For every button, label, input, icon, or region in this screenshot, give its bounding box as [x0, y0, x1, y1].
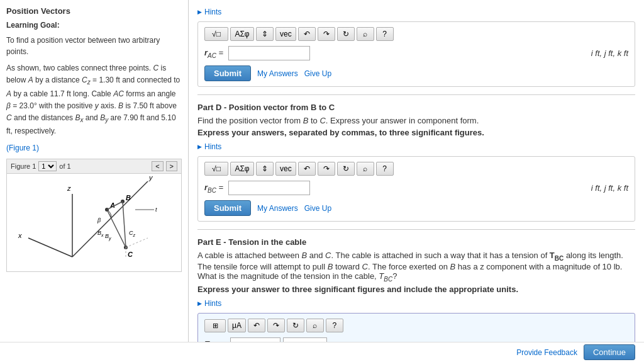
- give-up-bc[interactable]: Give Up: [304, 204, 331, 213]
- answer-input-ac[interactable]: [228, 46, 310, 60]
- svg-line-13: [123, 201, 126, 247]
- matrix-btn-e[interactable]: ⊞: [204, 319, 226, 332]
- figure-svg: y x z A B C: [9, 175, 179, 269]
- refresh-btn-bc[interactable]: ↻: [337, 162, 355, 176]
- figure-select[interactable]: 1: [38, 161, 57, 171]
- keyboard-btn-bc[interactable]: ⌕: [357, 162, 374, 176]
- answer-box-ac: √□ AΣφ ⇕ vec ↶ ↷ ↻ ⌕ ? rAC = i ft, j ft,…: [197, 21, 635, 87]
- svg-text:x: x: [18, 232, 22, 239]
- give-up-ac[interactable]: Give Up: [304, 69, 331, 78]
- part-d-section: Part D - Position vector from B to C Fin…: [197, 103, 635, 222]
- part-e-instruction: Express your answer to three significant…: [197, 285, 635, 294]
- redo-btn-e[interactable]: ↷: [267, 319, 285, 332]
- feedback-link[interactable]: Provide Feedback: [516, 348, 577, 357]
- redo-btn-bc[interactable]: ↷: [318, 162, 335, 176]
- vec-btn-ac[interactable]: vec: [275, 27, 296, 41]
- svg-text:Bx: Bx: [97, 230, 104, 237]
- arrows-btn-bc[interactable]: ⇕: [256, 162, 274, 176]
- redo-btn-ac[interactable]: ↷: [318, 27, 335, 41]
- figure-next-btn[interactable]: >: [166, 161, 177, 171]
- svg-text:B: B: [126, 194, 131, 201]
- answer-input-bc[interactable]: [228, 181, 310, 195]
- svg-line-12: [107, 210, 126, 247]
- figure-toolbar: Figure 1 1 of 1 < >: [7, 159, 181, 174]
- description-text: As shown, two cables connect three point…: [6, 62, 182, 138]
- right-panel: Hints √□ AΣφ ⇕ vec ↶ ↷ ↻ ⌕ ? rAC = i ft,…: [189, 0, 644, 362]
- refresh-btn-ac[interactable]: ↻: [337, 27, 355, 41]
- figure-box: Figure 1 1 of 1 < > y x z: [6, 159, 182, 272]
- submit-btn-bc[interactable]: Submit: [204, 200, 251, 216]
- phi-btn-bc[interactable]: AΣφ: [230, 162, 254, 176]
- part-e-label: Part E - Tension in the cable: [197, 237, 635, 247]
- arrows-btn-ac[interactable]: ⇕: [256, 27, 274, 41]
- eq-toolbar-e: ⊞ μA ↶ ↷ ↻ ⌕ ?: [204, 319, 628, 332]
- hints-top-link[interactable]: Hints: [197, 8, 221, 16]
- my-answers-ac[interactable]: My Answers: [257, 69, 298, 78]
- vec-btn-bc[interactable]: vec: [275, 162, 296, 176]
- footer: Provide Feedback Continue: [0, 342, 644, 362]
- hints-d-link[interactable]: Hints: [197, 142, 221, 151]
- svg-text:t: t: [155, 206, 157, 213]
- svg-line-2: [28, 238, 72, 257]
- answer-box-bc: √□ AΣφ ⇕ vec ↶ ↷ ↻ ⌕ ? rBC = i ft, j ft,…: [197, 156, 635, 222]
- svg-line-15: [126, 238, 148, 247]
- part-d-instruction: Express your answers, separated by comma…: [197, 128, 635, 137]
- figure-link[interactable]: (Figure 1): [6, 144, 39, 152]
- figure-canvas: y x z A B C: [7, 174, 181, 271]
- svg-text:Cz: Cz: [129, 230, 136, 237]
- eq-toolbar-bc: √□ AΣφ ⇕ vec ↶ ↷ ↻ ⌕ ?: [204, 162, 628, 176]
- undo-btn-bc[interactable]: ↶: [298, 162, 316, 176]
- sqrt-btn-ac[interactable]: √□: [204, 27, 228, 41]
- undo-btn-e[interactable]: ↶: [248, 319, 265, 332]
- input-row-ac: rAC = i ft, j ft, k ft: [204, 46, 628, 60]
- undo-btn-ac[interactable]: ↶: [298, 27, 316, 41]
- input-row-bc: rBC = i ft, j ft, k ft: [204, 181, 628, 195]
- my-answers-bc[interactable]: My Answers: [257, 204, 298, 213]
- eq-toolbar-ac: √□ AΣφ ⇕ vec ↶ ↷ ↻ ⌕ ?: [204, 27, 628, 41]
- figure-prev-btn[interactable]: <: [152, 161, 163, 171]
- help-btn-e[interactable]: ?: [326, 319, 343, 332]
- mu-btn-e[interactable]: μA: [228, 319, 246, 332]
- divider-d: [197, 94, 635, 95]
- goal-text: To find a position vector between two ar…: [6, 35, 182, 57]
- svg-text:β: β: [97, 217, 101, 223]
- svg-text:z: z: [67, 184, 71, 192]
- part-d-label: Part D - Position vector from B to C: [197, 103, 635, 112]
- phi-btn-ac[interactable]: AΣφ: [230, 27, 254, 41]
- svg-text:By: By: [105, 233, 111, 241]
- unit-text-bc: i ft, j ft, k ft: [591, 183, 628, 193]
- keyboard-btn-ac[interactable]: ⌕: [357, 27, 374, 41]
- help-btn-ac[interactable]: ?: [376, 27, 394, 41]
- unit-text-ac: i ft, j ft, k ft: [591, 48, 628, 58]
- help-btn-bc[interactable]: ?: [376, 162, 394, 176]
- submit-btn-ac[interactable]: Submit: [204, 65, 251, 81]
- keyboard-btn-e[interactable]: ⌕: [306, 319, 324, 332]
- figure-label: Figure 1: [11, 162, 36, 170]
- input-label-bc: rBC =: [204, 183, 223, 194]
- hints-e-link[interactable]: Hints: [197, 299, 221, 308]
- input-label-ac: rAC =: [204, 48, 223, 59]
- svg-line-0: [72, 181, 148, 257]
- svg-text:y: y: [148, 175, 153, 181]
- sqrt-btn-bc[interactable]: √□: [204, 162, 228, 176]
- part-d-desc: Find the position vector from B to C. Ex…: [197, 116, 635, 125]
- svg-text:C: C: [128, 251, 133, 258]
- goal-label: Learning Goal:: [6, 21, 60, 30]
- part-e-desc: A cable is attached between B and C. The…: [197, 251, 635, 282]
- continue-btn[interactable]: Continue: [584, 344, 635, 360]
- divider-e: [197, 229, 635, 230]
- action-row-ac: Submit My Answers Give Up: [204, 65, 628, 81]
- page-title: Position Vectors: [6, 6, 182, 16]
- figure-of: of 1: [59, 162, 70, 170]
- left-panel: Position Vectors Learning Goal: To find …: [0, 0, 189, 362]
- action-row-bc: Submit My Answers Give Up: [204, 200, 628, 216]
- refresh-btn-e[interactable]: ↻: [287, 319, 304, 332]
